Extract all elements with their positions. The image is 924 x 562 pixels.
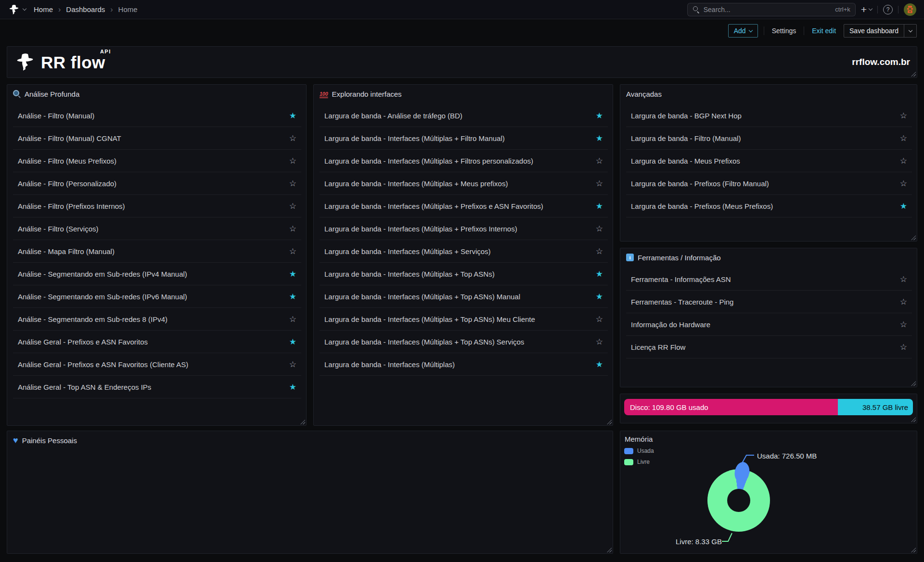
star-outline-icon[interactable]: ☆ [900,157,907,165]
star-filled-icon[interactable]: ★ [596,202,603,210]
star-outline-icon[interactable]: ☆ [900,320,907,329]
dashboard-link-row[interactable]: Análise - Filtro (Manual) CGNAT☆ [13,127,301,150]
save-dashboard-caret[interactable] [904,25,916,37]
star-outline-icon[interactable]: ☆ [596,247,603,255]
exit-edit-button-label: Exit edit [812,27,836,35]
star-filled-icon[interactable]: ★ [289,383,296,391]
panel-resize-handle[interactable] [607,420,612,424]
dashboard-link-row[interactable]: Análise - Mapa Filtro (Manual)☆ [13,240,301,263]
dashboard-link-label: Análise - Filtro (Manual) CGNAT [18,134,121,142]
star-outline-icon[interactable]: ☆ [900,134,907,142]
dashboard-link-row[interactable]: Licença RR Flow☆ [626,336,912,358]
panel-resize-handle[interactable] [300,420,305,424]
dashboard-link-row[interactable]: Informação do Hardware☆ [626,313,912,336]
legend-item-usada[interactable]: Usada [624,447,654,454]
dashboard-link-row[interactable]: Largura de banda - Interfaces (Múltiplas… [320,308,608,331]
panel-header[interactable]: Avançadas [620,85,917,98]
star-outline-icon[interactable]: ☆ [900,298,907,306]
breadcrumb-dashboards[interactable]: Dashboards [66,5,105,13]
star-filled-icon[interactable]: ★ [596,360,603,369]
star-outline-icon[interactable]: ☆ [900,275,907,283]
save-dashboard-button[interactable]: Save dashboard [844,24,917,38]
dashboard-link-row[interactable]: Largura de banda - Interfaces (Múltiplas… [320,195,608,217]
panel-resize-handle[interactable] [911,548,916,552]
star-outline-icon[interactable]: ☆ [596,338,603,346]
star-outline-icon[interactable]: ☆ [289,202,296,210]
dashboard-link-row[interactable]: Largura de banda - Prefixos (Meus Prefix… [626,195,912,217]
top-nav-bar: Home › Dashboards › Home Search... ctrl+… [0,0,924,19]
dashboard-link-row[interactable]: Largura de banda - Filtro (Manual)☆ [626,127,912,150]
star-filled-icon[interactable]: ★ [900,202,907,210]
panel-resize-handle[interactable] [911,417,916,422]
star-outline-icon[interactable]: ☆ [900,179,907,188]
dashboard-link-row[interactable]: Largura de banda - Interfaces (Múltiplas… [320,263,608,285]
panel-resize-handle[interactable] [911,235,916,240]
disk-used-segment: Disco: 109.80 GB usado [624,399,838,415]
dashboard-link-row[interactable]: Análise Geral - Prefixos e ASN Favoritos… [13,353,301,376]
dashboard-link-row[interactable]: Largura de banda - Interfaces (Múltiplas… [320,353,608,376]
panel-resize-handle[interactable] [911,72,916,77]
star-filled-icon[interactable]: ★ [289,338,296,346]
panel-header[interactable]: Análise Profunda [7,85,306,98]
dashboard-link-row[interactable]: Largura de banda - BGP Next Hop☆ [626,104,912,127]
dashboard-link-row[interactable]: Largura de banda - Interfaces (Múltiplas… [320,240,608,263]
dashboard-link-row[interactable]: Largura de banda - Interfaces (Múltiplas… [320,172,608,195]
star-filled-icon[interactable]: ★ [289,112,296,120]
new-add-button[interactable]: + [861,5,872,14]
panel-header[interactable]: 100 Explorando interfaces [314,85,613,98]
dashboard-link-row[interactable]: Largura de banda - Prefixos (Filtro Manu… [626,172,912,195]
info-emoji-icon: i [626,254,634,261]
dashboard-link-row[interactable]: Análise - Filtro (Manual)★ [13,104,301,127]
help-icon[interactable]: ? [883,5,893,14]
dashboard-link-row[interactable]: Análise - Filtro (Serviços)☆ [13,217,301,240]
star-outline-icon[interactable]: ☆ [289,247,296,255]
star-outline-icon[interactable]: ☆ [289,179,296,188]
dashboard-link-row[interactable]: Largura de banda - Meus Prefixos☆ [626,150,912,172]
star-filled-icon[interactable]: ★ [289,270,296,278]
panel-resize-handle[interactable] [607,548,612,552]
dashboard-link-row[interactable]: Análise Geral - Prefixos e ASN Favoritos… [13,331,301,353]
star-outline-icon[interactable]: ☆ [289,134,296,142]
star-outline-icon[interactable]: ☆ [596,315,603,323]
star-outline-icon[interactable]: ☆ [900,112,907,120]
dashboard-link-row[interactable]: Análise - Filtro (Meus Prefixos)☆ [13,150,301,172]
panel-resize-handle[interactable] [911,381,916,386]
star-outline-icon[interactable]: ☆ [289,315,296,323]
dashboard-link-row[interactable]: Análise - Segmentando em Sub-redes 8 (IP… [13,308,301,331]
star-outline-icon[interactable]: ☆ [596,157,603,165]
dashboard-link-row[interactable]: Largura de banda - Análise de tráfego (B… [320,104,608,127]
dashboard-link-row[interactable]: Análise Geral - Top ASN & Endereços IPs★ [13,376,301,398]
star-filled-icon[interactable]: ★ [596,270,603,278]
star-outline-icon[interactable]: ☆ [289,360,296,369]
dashboard-link-row[interactable]: Análise - Segmentando em Sub-redes (IPv6… [13,285,301,308]
org-logo-button[interactable] [8,3,26,16]
dashboard-link-row[interactable]: Análise - Filtro (Prefixos Internos)☆ [13,195,301,217]
dashboard-link-row[interactable]: Largura de banda - Interfaces (Múltiplas… [320,217,608,240]
panel-header[interactable]: ♥ Painéis Pessoais [7,431,613,445]
breadcrumb-home[interactable]: Home [34,5,53,13]
dashboard-link-row[interactable]: Largura de banda - Interfaces (Múltiplas… [320,331,608,353]
star-filled-icon[interactable]: ★ [596,293,603,301]
dashboard-link-row[interactable]: Largura de banda - Interfaces (Múltiplas… [320,285,608,308]
star-filled-icon[interactable]: ★ [289,293,296,301]
panel-header[interactable]: i Ferramentas / Informação [620,248,917,262]
star-outline-icon[interactable]: ☆ [289,157,296,165]
add-button[interactable]: Add [728,24,758,38]
star-outline-icon[interactable]: ☆ [289,225,296,233]
dashboard-link-row[interactable]: Largura de banda - Interfaces (Múltiplas… [320,127,608,150]
dashboard-link-row[interactable]: Largura de banda - Interfaces (Múltiplas… [320,150,608,172]
settings-button[interactable]: Settings [770,24,798,38]
star-outline-icon[interactable]: ☆ [596,179,603,188]
search-input[interactable]: Search... ctrl+k [687,3,856,16]
dashboard-link-row[interactable]: Análise - Filtro (Personalizado)☆ [13,172,301,195]
avatar[interactable] [904,3,916,16]
star-outline-icon[interactable]: ☆ [900,343,907,351]
star-outline-icon[interactable]: ☆ [596,225,603,233]
star-filled-icon[interactable]: ★ [596,134,603,142]
dashboard-link-row[interactable]: Análise - Segmentando em Sub-redes (IPv4… [13,263,301,285]
dashboard-link-row[interactable]: Ferramenta - Informações ASN☆ [626,268,912,291]
star-filled-icon[interactable]: ★ [596,112,603,120]
legend-item-livre[interactable]: Livre [624,459,654,465]
dashboard-link-row[interactable]: Ferramentas - Traceroute - Ping☆ [626,291,912,313]
exit-edit-button[interactable]: Exit edit [810,24,838,38]
